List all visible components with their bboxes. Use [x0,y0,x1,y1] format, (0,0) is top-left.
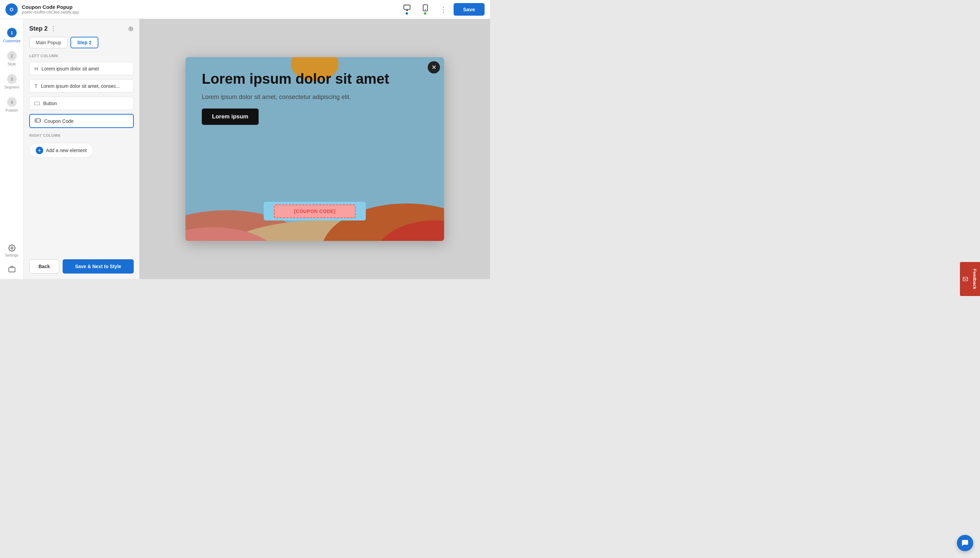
header-save-btn[interactable]: Save [454,3,484,16]
site-url: poetic-muffin-cbc3ee.netlify.app [22,10,396,15]
nav-label-publish: Publish [5,108,18,112]
left-column-label: LEFT COLUMN [29,54,134,58]
sidebar-item-style[interactable]: 2 Style [0,48,23,69]
element-heading[interactable]: H Lorem ipsum dolor sit amet [29,62,134,75]
step-more-btn[interactable]: ⋮ [50,25,56,32]
step-add-btn[interactable]: ⊕ [128,25,134,33]
coupon-code-text: [COUPON CODE] [294,208,335,214]
element-coupon[interactable]: Coupon Code [29,114,134,128]
app-logo: O [5,3,18,16]
desktop-device-btn[interactable] [401,3,414,16]
add-element-plus-icon: + [36,147,43,154]
sidebar-footer: Back Save & Next to Style [29,256,134,274]
tab-main-popup[interactable]: Main Popup [29,37,68,48]
step-title: Step 2 ⋮ [29,25,56,32]
svg-rect-0 [404,5,410,10]
text-icon: T [34,83,38,89]
sidebar-item-segment[interactable]: 3 Segment [0,71,23,92]
nav-circle-segment: 3 [7,74,17,84]
device-switcher: ⋮ [401,3,450,16]
element-text[interactable]: T Lorem ipsum dolor sit amet, consec... [29,79,134,92]
canvas-area: ✕ Lorem ipsum dolor sit amet Lorem ipsum… [140,19,490,279]
element-button[interactable]: Button [29,97,134,110]
popup-cta-btn[interactable]: Lorem ipsum [202,108,259,125]
desktop-dot [405,12,408,15]
coupon-box: [COUPON CODE] [264,202,366,220]
svg-rect-7 [34,102,40,105]
element-heading-label: Lorem ipsum dolor sit amet [41,66,99,71]
svg-rect-8 [35,119,41,122]
sidebar-item-customize[interactable]: 1 Customize [0,25,23,46]
element-coupon-label: Coupon Code [44,118,74,124]
popup-subtext: Lorem ipsum dolor sit amet, consectetur … [202,92,428,102]
popup-heading: Lorem ipsum dolor sit amet [202,71,428,87]
back-btn[interactable]: Back [29,259,59,274]
nav-label-segment: Segment [4,85,19,89]
sidebar-header: Step 2 ⋮ ⊕ [29,25,134,33]
coupon-inner: [COUPON CODE] [274,205,356,218]
heading-icon: H [34,66,38,71]
nav-circle-style: 2 [7,51,17,61]
mobile-dot [424,12,426,15]
add-element-label: Add a new element [46,148,87,153]
settings-nav-label: Settings [5,253,19,257]
popup-bottom-art: [COUPON CODE] [185,173,444,241]
coupon-row: [COUPON CODE] [185,202,444,220]
main-layout: 1 Customize 2 Style 3 Segment 4 Publish … [0,19,490,279]
nav-circle-publish: 4 [7,97,17,107]
popup-close-btn[interactable]: ✕ [428,61,440,74]
svg-point-5 [11,247,13,249]
mobile-device-btn[interactable] [419,3,432,16]
coupon-icon [35,118,41,124]
portfolio-nav-btn[interactable] [0,262,23,276]
right-column-label: RIGHT COLUMN [29,133,134,138]
nav-circle-customize: 1 [7,28,17,38]
step-tabs: Main Popup Step 2 [29,37,134,48]
element-button-label: Button [43,101,57,106]
add-element-btn[interactable]: + Add a new element [29,143,93,158]
button-icon [34,100,40,106]
settings-nav-btn[interactable]: Settings [0,241,23,261]
tab-step2[interactable]: Step 2 [71,37,98,48]
popup-top-section: Lorem ipsum dolor sit amet Lorem ipsum d… [185,57,444,173]
sidebar-panel: Step 2 ⋮ ⊕ Main Popup Step 2 LEFT COLUMN… [24,19,140,279]
page-title: Coupon Code Popup [22,4,396,10]
element-text-label: Lorem ipsum dolor sit amet, consec... [41,84,120,89]
save-next-btn[interactable]: Save & Next to Style [62,259,134,274]
header-more-btn[interactable]: ⋮ [437,4,450,15]
svg-rect-6 [8,268,15,272]
sidebar-item-publish[interactable]: 4 Publish [0,94,23,116]
nav-label-customize: Customize [3,39,21,43]
close-icon: ✕ [432,64,437,71]
popup-preview: ✕ Lorem ipsum dolor sit amet Lorem ipsum… [185,57,444,241]
nav-label-style: Style [8,62,16,66]
popup-content: Lorem ipsum dolor sit amet Lorem ipsum d… [185,57,444,241]
left-nav: 1 Customize 2 Style 3 Segment 4 Publish … [0,19,24,279]
header: O Coupon Code Popup poetic-muffin-cbc3ee… [0,0,490,19]
site-info: Coupon Code Popup poetic-muffin-cbc3ee.n… [22,4,396,15]
